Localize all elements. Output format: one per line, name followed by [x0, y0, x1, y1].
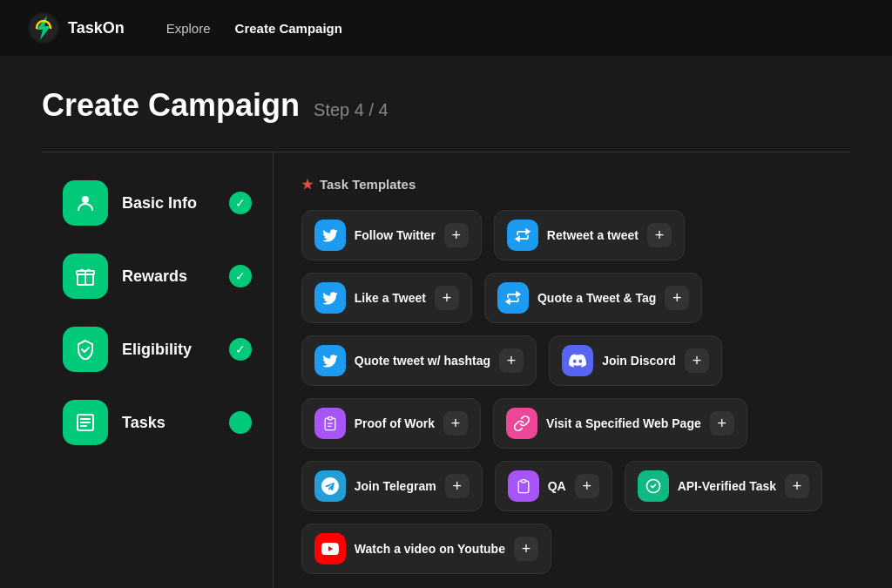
step-rewards-label: Rewards: [122, 267, 215, 286]
task-like-tweet-label: Like a Tweet: [355, 291, 426, 305]
tasks-row-3: Quote tweet w/ hashtag + Join Discord +: [301, 335, 822, 386]
page-step: Step 4 / 4: [314, 100, 389, 120]
tasks-row-2: Like a Tweet + Quote a Tweet & Tag +: [301, 273, 822, 323]
task-like-tweet-add[interactable]: +: [435, 286, 459, 310]
task-follow-twitter-label: Follow Twitter: [355, 228, 436, 242]
step-eligibility-icon: [63, 327, 108, 372]
task-visit-webpage[interactable]: Visit a Specified Web Page +: [493, 398, 747, 449]
task-proof-of-work[interactable]: Proof of Work +: [301, 398, 481, 449]
step-eligibility-check: ✓: [229, 338, 252, 361]
task-join-discord-add[interactable]: +: [685, 348, 709, 373]
task-proof-of-work-add[interactable]: +: [443, 411, 468, 436]
step-tasks-dot: [229, 411, 252, 434]
step-eligibility[interactable]: Eligibility ✓: [63, 327, 252, 372]
task-retweet-label: Retweet a tweet: [547, 228, 639, 242]
api-verified-icon: [638, 470, 669, 502]
twitter-icon: [314, 220, 346, 251]
step-basic-info-icon: [63, 180, 108, 226]
task-quote-hashtag-add[interactable]: +: [499, 348, 524, 373]
tasks-row-4: Proof of Work + Visit a Specified Web Pa…: [301, 398, 822, 449]
task-api-verified[interactable]: API-Verified Task +: [625, 461, 822, 511]
telegram-icon: [314, 470, 346, 502]
step-basic-info[interactable]: Basic Info ✓: [63, 180, 252, 226]
nav-create-campaign[interactable]: Create Campaign: [235, 21, 342, 36]
like-tweet-icon: [314, 282, 346, 314]
task-qa[interactable]: QA +: [495, 461, 612, 511]
task-join-telegram-add[interactable]: +: [445, 474, 470, 498]
task-follow-twitter[interactable]: Follow Twitter +: [301, 210, 482, 260]
nav-links: Explore Create Campaign: [166, 21, 342, 36]
task-visit-webpage-add[interactable]: +: [710, 411, 734, 436]
gift-icon: [75, 266, 96, 287]
step-rewards[interactable]: Rewards ✓: [63, 253, 252, 299]
task-follow-twitter-add[interactable]: +: [444, 223, 469, 247]
sidebar: Basic Info ✓ Rewards ✓: [42, 152, 274, 588]
task-visit-webpage-label: Visit a Specified Web Page: [546, 416, 701, 430]
step-basic-info-check: ✓: [229, 192, 252, 214]
logo: TaskOn: [28, 12, 125, 44]
step-rewards-check: ✓: [229, 265, 252, 287]
task-join-discord-label: Join Discord: [602, 354, 676, 368]
logo-text: TaskOn: [68, 19, 125, 37]
tasks-row-5: Join Telegram + QA + API-V: [301, 461, 822, 511]
step-basic-info-label: Basic Info: [122, 194, 215, 213]
task-qa-label: QA: [548, 479, 566, 493]
task-retweet[interactable]: Retweet a tweet +: [494, 210, 685, 260]
tasks-icon: [75, 412, 96, 433]
main-layout: Basic Info ✓ Rewards ✓: [42, 152, 850, 588]
task-watch-youtube-label: Watch a video on Youtube: [355, 542, 505, 556]
proof-of-work-icon: [314, 408, 346, 439]
discord-icon: [562, 345, 593, 376]
task-quote-tag-add[interactable]: +: [665, 286, 689, 310]
task-quote-tag-label: Quote a Tweet & Tag: [537, 291, 656, 305]
quote-hashtag-icon: [314, 345, 346, 376]
task-retweet-add[interactable]: +: [647, 223, 672, 247]
task-join-telegram-label: Join Telegram: [355, 479, 436, 493]
task-join-discord[interactable]: Join Discord +: [549, 335, 722, 386]
nav-explore[interactable]: Explore: [166, 21, 211, 36]
task-quote-tag[interactable]: Quote a Tweet & Tag +: [484, 273, 702, 323]
step-rewards-icon: [63, 253, 108, 299]
retweet-icon: [507, 220, 538, 251]
svg-point-2: [82, 196, 89, 203]
navbar: TaskOn Explore Create Campaign: [0, 0, 892, 56]
quote-tag-icon: [497, 282, 529, 314]
tasks-row-1: Follow Twitter + Retweet a tweet +: [301, 210, 822, 260]
task-proof-of-work-label: Proof of Work: [355, 416, 435, 430]
page-header: Create Campaign Step 4 / 4: [42, 87, 850, 124]
visit-webpage-icon: [506, 408, 537, 439]
step-tasks[interactable]: Tasks: [63, 400, 252, 445]
section-title-text: Task Templates: [320, 177, 416, 192]
task-watch-youtube-add[interactable]: +: [514, 537, 538, 561]
qa-icon: [508, 470, 539, 502]
youtube-icon: [314, 533, 346, 564]
task-join-telegram[interactable]: Join Telegram +: [301, 461, 483, 511]
logo-icon: [28, 12, 59, 44]
task-api-verified-add[interactable]: +: [785, 474, 809, 498]
step-tasks-label: Tasks: [122, 414, 215, 432]
step-tasks-icon: [63, 400, 108, 445]
task-quote-hashtag-label: Quote tweet w/ hashtag: [355, 354, 490, 368]
required-marker: ★: [301, 177, 313, 192]
page: Create Campaign Step 4 / 4 Basic Info ✓: [0, 56, 892, 588]
task-quote-hashtag[interactable]: Quote tweet w/ hashtag +: [301, 335, 537, 386]
step-eligibility-label: Eligibility: [122, 341, 215, 359]
content-area: ★ Task Templates Follow Twitter +: [274, 152, 850, 588]
task-watch-youtube[interactable]: Watch a video on Youtube +: [301, 524, 551, 574]
tasks-grid: Follow Twitter + Retweet a tweet +: [301, 210, 822, 574]
user-icon: [75, 193, 96, 213]
task-api-verified-label: API-Verified Task: [678, 479, 776, 493]
shield-check-icon: [75, 339, 96, 360]
tasks-row-6: Watch a video on Youtube +: [301, 524, 822, 574]
task-qa-add[interactable]: +: [575, 474, 599, 498]
section-title: ★ Task Templates: [301, 177, 822, 193]
page-title: Create Campaign: [42, 87, 300, 124]
task-like-tweet[interactable]: Like a Tweet +: [301, 273, 472, 323]
